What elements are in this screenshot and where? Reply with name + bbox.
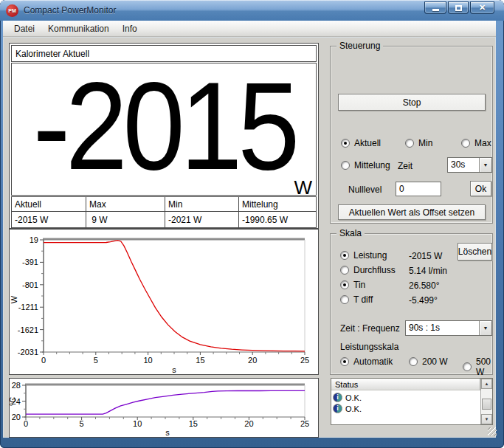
- stats-header-mittelung: Mittelung: [239, 197, 316, 212]
- temperature-chart: 0510152025282420s°C: [10, 379, 318, 437]
- maximize-button[interactable]: [448, 1, 469, 14]
- zeit-dropdown[interactable]: 30s ▼: [447, 157, 492, 173]
- radio-mittelung[interactable]: Mittelung: [341, 160, 390, 170]
- svg-text:25: 25: [300, 356, 309, 365]
- radio-tin-label: Tin: [353, 280, 365, 290]
- svg-text:15: 15: [189, 419, 198, 428]
- stop-button[interactable]: Stop: [338, 94, 486, 111]
- zeit-frequenz-dropdown[interactable]: 90s : 1s ▼: [405, 320, 492, 336]
- nulllevel-label: Nulllevel: [348, 185, 382, 195]
- radio-500w-label: 500 W: [476, 356, 492, 377]
- menu-datei[interactable]: Datei: [9, 22, 40, 35]
- radio-leistung-dot[interactable]: [340, 251, 349, 260]
- radio-200w[interactable]: 200 W: [409, 356, 448, 367]
- minimize-icon: [432, 9, 439, 11]
- window-title: Compact PowerMonitor: [24, 5, 116, 15]
- close-button[interactable]: ✕: [470, 1, 494, 14]
- zeit-frequenz-value: 90s : 1s: [406, 321, 479, 335]
- zeit-label: Zeit: [398, 161, 412, 171]
- radio-max[interactable]: Max: [461, 138, 491, 148]
- scrollbar-thumb[interactable]: [482, 399, 491, 410]
- zeit-dropdown-value: 30s: [448, 158, 479, 172]
- radio-max-label: Max: [474, 138, 491, 148]
- ok-button-label: Ok: [475, 184, 486, 194]
- stats-value-aktuell: -2015 W: [12, 212, 86, 227]
- radio-durchfluss-dot[interactable]: [340, 266, 349, 275]
- skala-group-label: Skala: [336, 228, 365, 238]
- radio-aktuell-dot[interactable]: [341, 139, 350, 148]
- scroll-up-icon[interactable]: ▲: [481, 379, 492, 389]
- nulllevel-input[interactable]: [396, 182, 441, 196]
- stop-button-label: Stop: [403, 97, 421, 108]
- svg-text:s: s: [172, 365, 176, 374]
- chevron-down-icon[interactable]: ▼: [479, 158, 491, 172]
- radio-tdiff-dot[interactable]: [340, 295, 349, 304]
- radio-500w-dot[interactable]: [463, 362, 472, 371]
- svg-text:10: 10: [143, 356, 152, 365]
- radio-tdiff-label: T diff: [353, 294, 373, 305]
- radio-automatik-label: Automatik: [353, 356, 393, 367]
- maximize-icon: [455, 5, 462, 11]
- title-bar[interactable]: PM Compact PowerMonitor ✕: [0, 0, 504, 21]
- radio-min[interactable]: Min: [405, 138, 432, 148]
- menu-bar: Datei Kommunikation Info: [3, 21, 496, 37]
- svg-text:0: 0: [24, 419, 28, 428]
- stats-table: Aktuell Max Min Mittelung -2015 W 9 W -2…: [11, 196, 317, 228]
- status-row[interactable]: i O.K.: [333, 403, 362, 414]
- radio-min-label: Min: [418, 138, 432, 148]
- radio-leistung-label: Leistung: [353, 250, 387, 261]
- radio-tin-dot[interactable]: [340, 280, 349, 289]
- chevron-down-icon[interactable]: ▼: [479, 321, 491, 335]
- skala-group: Skala Löschen Leistung -2015 W Durchflus…: [330, 233, 493, 375]
- radio-automatik-dot[interactable]: [340, 357, 349, 366]
- leistung-value: -2015 W: [409, 251, 442, 261]
- temperature-chart-panel: 0510152025282420s°C: [9, 378, 319, 438]
- status-header[interactable]: Status: [331, 379, 480, 390]
- stats-header-aktuell: Aktuell: [12, 197, 86, 212]
- scroll-down-icon[interactable]: ▼: [481, 414, 492, 424]
- radio-max-dot[interactable]: [461, 139, 470, 148]
- radio-min-dot[interactable]: [405, 139, 414, 148]
- radio-durchfluss[interactable]: Durchfluss: [340, 265, 396, 275]
- svg-text:10: 10: [133, 419, 142, 428]
- minimize-button[interactable]: [424, 1, 446, 14]
- radio-aktuell[interactable]: Aktuell: [341, 138, 381, 148]
- svg-text:-391: -391: [22, 258, 38, 266]
- svg-text:0: 0: [41, 356, 46, 365]
- resize-grip[interactable]: [488, 427, 497, 436]
- status-scrollbar[interactable]: ▲ ▼: [480, 379, 492, 424]
- power-chart-panel: 051015202519-391-801-1211-1621-2031sW: [9, 229, 319, 375]
- display-header: Kalorimeter Aktuell: [11, 45, 317, 62]
- app-icon: PM: [6, 4, 18, 17]
- svg-text:19: 19: [30, 235, 38, 244]
- svg-text:-801: -801: [22, 280, 38, 289]
- window-controls: ✕: [424, 1, 494, 14]
- menu-info[interactable]: Info: [117, 22, 142, 35]
- menu-kommunikation[interactable]: Kommunikation: [43, 22, 114, 35]
- svg-text:5: 5: [94, 356, 98, 365]
- svg-text:-1621: -1621: [18, 325, 38, 334]
- radio-leistung[interactable]: Leistung: [340, 250, 387, 261]
- radio-200w-dot[interactable]: [409, 357, 418, 366]
- big-value-box: -2015 W: [11, 63, 317, 196]
- offset-button[interactable]: Aktuellen Wert als Offset setzen: [338, 204, 486, 220]
- svg-text:20: 20: [248, 356, 257, 365]
- app-window: PM Compact PowerMonitor ✕ Datei Kommunik…: [0, 0, 504, 448]
- radio-automatik[interactable]: Automatik: [340, 356, 393, 367]
- svg-text:s: s: [165, 428, 170, 437]
- radio-tin[interactable]: Tin: [340, 280, 365, 290]
- radio-500w[interactable]: 500 W: [463, 356, 492, 377]
- loeschen-button[interactable]: Löschen: [458, 243, 492, 261]
- radio-tdiff[interactable]: T diff: [340, 294, 373, 305]
- stats-header-min: Min: [165, 197, 239, 212]
- steuerung-group-label: Steuerung: [336, 41, 383, 51]
- radio-mittelung-dot[interactable]: [341, 161, 350, 170]
- zeit-frequenz-label: Zeit : Frequenz: [340, 323, 400, 334]
- ok-button[interactable]: Ok: [470, 181, 491, 196]
- status-row[interactable]: i O.K.: [333, 392, 362, 403]
- svg-text:-2031: -2031: [18, 348, 38, 356]
- close-icon: ✕: [479, 4, 486, 12]
- tdiff-value: -5.499°: [409, 295, 438, 306]
- status-header-label: Status: [335, 380, 358, 389]
- svg-text:20: 20: [12, 413, 21, 421]
